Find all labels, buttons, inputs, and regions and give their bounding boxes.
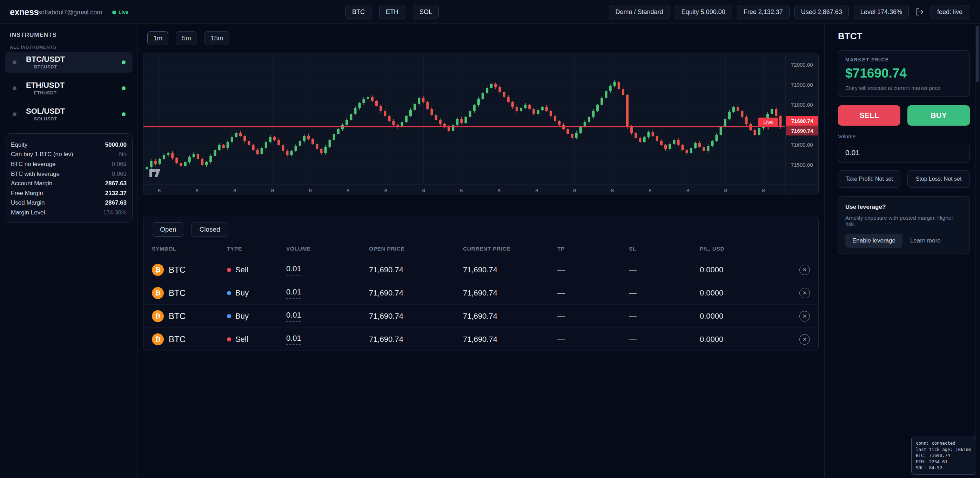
stats-row: BTC no leverage0.069 [11,159,127,169]
type-text: Sell [235,335,248,344]
table-row: ₿BTCSell0.0171,690.7471,690.74——0.0000✕ [143,327,818,351]
positions-tab-closed[interactable]: Closed [191,223,228,237]
live-label: Live [119,10,128,15]
stats-label: Margin Level [11,209,45,216]
stats-label: Account Margin [11,180,52,187]
instrument-code: BTCUSDT [26,64,65,70]
svg-text:8: 8 [347,187,349,193]
learn-more-link[interactable]: Learn more [910,237,941,244]
open-price-value: 71,690.74 [369,288,463,298]
volume-value[interactable]: 0.01 [286,287,301,299]
type-text: Sell [235,265,248,274]
scrollbar-thumb[interactable] [976,26,979,82]
stats-label: BTC no leverage [11,161,56,168]
symbol-text: BTC [169,265,186,275]
type-text: Buy [235,312,249,321]
volume-input[interactable] [838,143,970,163]
sl-value: — [629,288,700,298]
symbol-tab-eth[interactable]: ETH [379,5,405,19]
svg-text:71690.74: 71690.74 [791,128,813,134]
instrument-status-icon [122,112,126,116]
price-chart[interactable]: 8888888888888888872000.0071900.0071800.0… [143,53,819,195]
stats-value: 174.36% [103,209,127,216]
instruments-sidebar: INSTRUMENTS ALL INSTRUMENTS BTC/USDTBTCU… [0,24,137,478]
close-position-button[interactable]: ✕ [799,264,810,275]
positions-tab-open[interactable]: Open [152,223,184,237]
logout-button[interactable] [914,7,926,16]
bitcoin-icon: ₿ [152,264,164,276]
timeframe-button-15m[interactable]: 15m [205,31,229,45]
pl-value: 0.0000 [700,288,789,298]
instrument-name: SOL/USDT [26,107,65,116]
feed-status-pill: feed: live [931,5,969,19]
symbol-cell: ₿BTC [152,333,227,345]
account-pill-3: Used 2,867.63 [794,5,849,19]
chart-panel: 8888888888888888872000.0071900.0071800.0… [143,53,819,195]
positions-panel: OpenClosed SYMBOLTYPEVOLUMEOPEN PRICECUR… [143,216,819,351]
stats-label: Can buy 1 BTC (no lev) [11,151,73,158]
svg-text:71800.00: 71800.00 [791,102,813,108]
sidebar-item-btcusdt[interactable]: BTC/USDTBTCUSDT [5,52,133,73]
leverage-title: Use leverage? [845,204,963,210]
pl-value: 0.0000 [700,335,789,344]
column-header: SYMBOL [152,246,227,252]
bitcoin-icon: ₿ [152,310,164,322]
exness-logo: exness [10,7,38,17]
take-profit-button[interactable]: Take Profit: Not set [838,170,900,188]
stop-loss-button[interactable]: Stop Loss: Not set [907,170,970,188]
svg-text:8: 8 [762,187,765,193]
symbol-text: BTC [169,311,186,321]
tp-sl-row: Take Profit: Not set Stop Loss: Not set [838,170,970,188]
buy-dot-icon [227,291,231,295]
type-text: Buy [235,288,249,298]
stats-row: Used Margin2867.63 [11,198,127,208]
timeframe-button-5m[interactable]: 5m [176,31,197,45]
instrument-code: ETHUSDT [26,90,65,96]
leverage-card: Use leverage? Amplify exposure with post… [838,196,970,255]
column-header: TYPE [227,246,286,252]
account-pill-0: Demo / Standard [609,5,670,19]
timeframe-button-1m[interactable]: 1m [147,31,169,45]
svg-text:8: 8 [422,187,425,193]
column-header: CURRENT PRICE [463,246,557,252]
console-line: ETH: 2254.61 [916,459,972,465]
stats-row: Margin Level174.36% [11,208,127,218]
symbol-cell: ₿BTC [152,264,227,276]
stats-value: No [119,151,127,158]
sidebar-item-ethusdt[interactable]: ETH/USDTETHUSDT [5,78,133,99]
market-price-note: Entry will execute at current market pri… [845,85,963,91]
buy-sell-row: SELL BUY [838,105,970,126]
close-position-button[interactable]: ✕ [799,311,810,322]
symbol-cell: ₿BTC [152,287,227,299]
symbol-text: BTC [169,288,186,298]
symbol-tab-btc[interactable]: BTC [345,5,371,19]
buy-dot-icon [227,314,231,318]
pl-value: 0.0000 [700,265,789,274]
scrollbar-track[interactable] [975,24,980,478]
current-price-value: 71,690.74 [463,312,557,321]
buy-button[interactable]: BUY [907,105,970,126]
close-position-button[interactable]: ✕ [799,334,810,345]
market-price-value: $71690.74 [845,66,963,81]
svg-text:71600.00: 71600.00 [791,142,813,148]
bitcoin-icon: ₿ [152,287,164,299]
volume-value[interactable]: 0.01 [286,311,301,322]
instrument-list: BTC/USDTBTCUSDTETH/USDTETHUSDTSOL/USDTSO… [5,52,133,130]
svg-text:8: 8 [158,187,161,193]
svg-text:8: 8 [309,187,312,193]
stats-row: Equity5000.00 [11,140,127,150]
volume-value[interactable]: 0.01 [286,334,301,345]
sidebar-item-solusdt[interactable]: SOL/USDTSOLUSDT [5,104,133,125]
volume-value[interactable]: 0.01 [286,264,301,276]
close-position-button[interactable]: ✕ [799,288,810,298]
symbol-tab-sol[interactable]: SOL [413,5,439,19]
tp-value: — [557,335,629,344]
stats-row: BTC with leverage0.069 [11,169,127,179]
console-line: last tick age: 1861ms [916,446,972,453]
tradingview-logo-icon [150,169,160,177]
open-price-value: 71,690.74 [369,265,463,274]
svg-text:8: 8 [498,187,501,193]
enable-leverage-button[interactable]: Enable leverage [845,234,902,248]
sell-button[interactable]: SELL [838,105,900,126]
account-email: softabdul7@gmail.com [38,9,102,16]
